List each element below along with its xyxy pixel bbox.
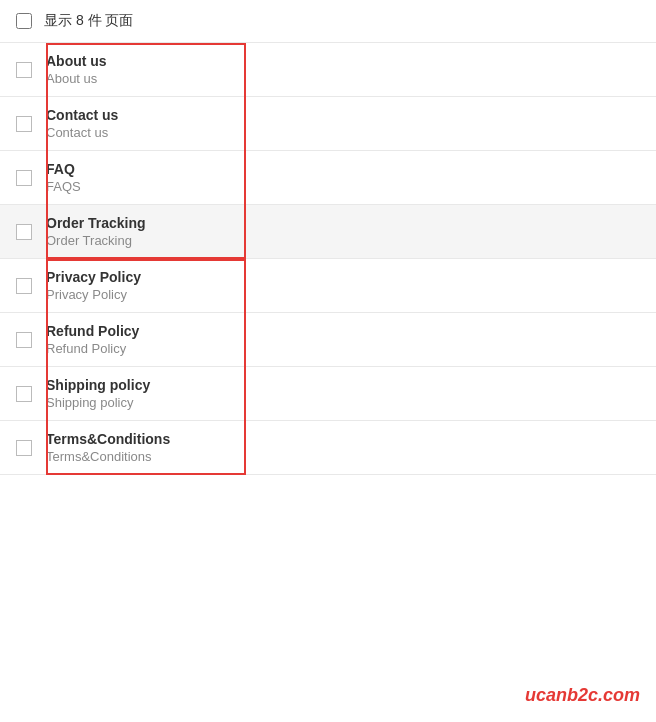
item-content-faq: FAQFAQS <box>46 161 81 194</box>
item-title-terms-conditions: Terms&Conditions <box>46 431 170 447</box>
item-subtitle-order-tracking: Order Tracking <box>46 233 146 248</box>
checkbox-refund-policy[interactable] <box>16 332 32 348</box>
item-content-about-us: About usAbout us <box>46 53 107 86</box>
list-item-about-us: About usAbout us <box>0 43 656 97</box>
item-subtitle-refund-policy: Refund Policy <box>46 341 139 356</box>
watermark: ucanb2c.com <box>525 685 640 706</box>
select-all-checkbox[interactable] <box>16 13 32 29</box>
item-title-shipping-policy: Shipping policy <box>46 377 150 393</box>
item-title-refund-policy: Refund Policy <box>46 323 139 339</box>
checkbox-shipping-policy[interactable] <box>16 386 32 402</box>
checkbox-about-us[interactable] <box>16 62 32 78</box>
list-item-refund-policy: Refund PolicyRefund Policy <box>0 313 656 367</box>
page-container: 显示 8 件 页面 About usAbout usContact usCont… <box>0 0 656 475</box>
item-content-refund-policy: Refund PolicyRefund Policy <box>46 323 139 356</box>
item-content-contact-us: Contact usContact us <box>46 107 118 140</box>
item-subtitle-shipping-policy: Shipping policy <box>46 395 150 410</box>
item-title-contact-us: Contact us <box>46 107 118 123</box>
item-content-shipping-policy: Shipping policyShipping policy <box>46 377 150 410</box>
checkbox-privacy-policy[interactable] <box>16 278 32 294</box>
top-bar: 显示 8 件 页面 <box>0 0 656 43</box>
item-subtitle-faq: FAQS <box>46 179 81 194</box>
list-item-contact-us: Contact usContact us <box>0 97 656 151</box>
item-title-about-us: About us <box>46 53 107 69</box>
top-bar-label: 显示 8 件 页面 <box>44 12 133 30</box>
list-item-terms-conditions: Terms&ConditionsTerms&Conditions <box>0 421 656 475</box>
list-item-order-tracking: Order TrackingOrder Tracking <box>0 205 656 259</box>
item-content-privacy-policy: Privacy PolicyPrivacy Policy <box>46 269 141 302</box>
list-item-faq: FAQFAQS <box>0 151 656 205</box>
item-content-terms-conditions: Terms&ConditionsTerms&Conditions <box>46 431 170 464</box>
item-title-privacy-policy: Privacy Policy <box>46 269 141 285</box>
items-list: About usAbout usContact usContact usFAQF… <box>0 43 656 475</box>
item-subtitle-terms-conditions: Terms&Conditions <box>46 449 170 464</box>
item-title-order-tracking: Order Tracking <box>46 215 146 231</box>
list-item-privacy-policy: Privacy PolicyPrivacy Policy <box>0 259 656 313</box>
checkbox-faq[interactable] <box>16 170 32 186</box>
item-subtitle-about-us: About us <box>46 71 107 86</box>
checkbox-terms-conditions[interactable] <box>16 440 32 456</box>
checkbox-order-tracking[interactable] <box>16 224 32 240</box>
list-item-shipping-policy: Shipping policyShipping policy <box>0 367 656 421</box>
item-content-order-tracking: Order TrackingOrder Tracking <box>46 215 146 248</box>
item-subtitle-privacy-policy: Privacy Policy <box>46 287 141 302</box>
item-subtitle-contact-us: Contact us <box>46 125 118 140</box>
item-title-faq: FAQ <box>46 161 81 177</box>
checkbox-contact-us[interactable] <box>16 116 32 132</box>
